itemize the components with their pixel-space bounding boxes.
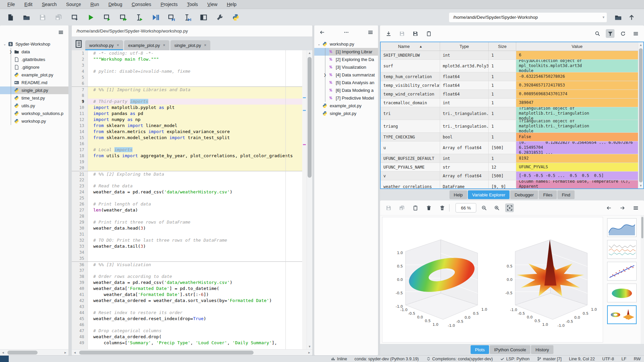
- variable-row-v[interactable]: vArray of float64[500][-0.5 -0.5 -0.5 ..…: [381, 172, 638, 180]
- scroll-down-icon[interactable]: ▼: [307, 344, 312, 349]
- project-item-utils-py[interactable]: utils.py: [0, 102, 68, 110]
- pane-tab-plots[interactable]: Plots: [471, 345, 489, 354]
- save-plot-button[interactable]: [384, 203, 393, 212]
- line-number[interactable]: 41: [72, 292, 88, 298]
- variable-row-TYPE_CHECKING[interactable]: TYPE_CHECKINGbool1False: [381, 133, 638, 141]
- menu-view[interactable]: View: [203, 0, 222, 9]
- plot-thumbnail-current-3d-pair[interactable]: [607, 305, 637, 324]
- column-header-value[interactable]: Value: [516, 42, 638, 51]
- chevron-down-icon[interactable]: ⌄: [2, 42, 7, 46]
- remove-plot-button[interactable]: [424, 203, 433, 212]
- menu-search[interactable]: Search: [37, 0, 61, 9]
- cell-value[interactable]: [0. 0.12822827 0.25645654 ... 6.02672876…: [516, 141, 638, 154]
- line-number[interactable]: 21: [72, 171, 88, 177]
- debug-selection-button[interactable]: [182, 12, 193, 23]
- status-git-branch[interactable]: master [7]: [537, 357, 562, 361]
- menu-help[interactable]: Help: [222, 0, 241, 9]
- status-cursor-position[interactable]: Line 9, Col 22: [569, 357, 595, 361]
- copy-plot-button[interactable]: [411, 203, 420, 212]
- line-number[interactable]: 1: [72, 50, 88, 56]
- line-number[interactable]: 43: [72, 304, 88, 310]
- debug-file-button[interactable]: [150, 12, 161, 23]
- line-number[interactable]: 24: [72, 189, 88, 195]
- run-cell-advance-button[interactable]: [117, 12, 129, 23]
- remove-all-plots-button[interactable]: [438, 203, 446, 212]
- open-file-button[interactable]: [21, 12, 32, 23]
- cell-value[interactable]: 0.39284657172417853: [516, 81, 638, 89]
- line-number[interactable]: 17: [72, 147, 88, 153]
- maximize-pane-button[interactable]: [198, 12, 209, 23]
- column-header-name[interactable]: Name ▲: [381, 42, 440, 51]
- menu-debug[interactable]: Debug: [104, 0, 127, 9]
- status-interpreter[interactable]: conda: spyder-dev (Python 3.9.19): [355, 357, 419, 361]
- browse-tabs-icon[interactable]: [74, 40, 84, 49]
- scroll-up-icon[interactable]: ▲: [638, 42, 643, 48]
- variable-row-temp_hum_correlation[interactable]: temp_hum_correlationfloat641-0.632254675…: [381, 72, 638, 81]
- status-backend[interactable]: Inline: [331, 357, 347, 361]
- line-number[interactable]: 32: [72, 237, 88, 243]
- working-directory-input[interactable]: [452, 14, 601, 20]
- cell-value[interactable]: 8192: [516, 154, 638, 163]
- variable-row-SHIFT_UNDERFLOW[interactable]: SHIFT_UNDERFLOWint16: [381, 51, 638, 60]
- fit-to-window-button[interactable]: [505, 203, 514, 212]
- cell-value[interactable]: False: [516, 133, 638, 141]
- variable-row-u[interactable]: uArray of float64[500][0. 0.12822827 0.2…: [381, 141, 638, 154]
- line-number[interactable]: 3: [72, 62, 88, 68]
- project-item-spyder-workshop[interactable]: ⌄SSpyder-Workshop: [0, 40, 68, 48]
- cell-value[interactable]: UFUNC_PYVALS: [516, 163, 638, 171]
- cell-value[interactable]: Poly3DCollection object of mpl_toolkits.…: [516, 60, 638, 72]
- line-number[interactable]: 4: [72, 68, 88, 74]
- line-number[interactable]: 14: [72, 129, 88, 135]
- column-header-type[interactable]: Type: [440, 42, 489, 51]
- line-number[interactable]: 13: [72, 123, 88, 129]
- line-number[interactable]: 34: [72, 249, 88, 255]
- scroll-up-icon[interactable]: ▲: [307, 50, 312, 56]
- previous-plot-button[interactable]: [604, 203, 613, 212]
- plot-thumbnail-multi-line-plot[interactable]: [607, 240, 637, 259]
- project-item-single-plot-py[interactable]: single_plot.py: [0, 86, 68, 94]
- filter-variables-button[interactable]: [606, 29, 614, 38]
- editor-tab-example_plot-py[interactable]: example_plot.py×: [124, 40, 169, 50]
- next-plot-button[interactable]: [618, 203, 627, 212]
- line-number[interactable]: 35: [72, 255, 88, 261]
- line-number[interactable]: 12: [72, 117, 88, 123]
- parent-directory-button[interactable]: [626, 12, 637, 23]
- project-item-workshop-solutions-p[interactable]: workshop_solutions.p: [0, 110, 68, 117]
- pane-tab-files[interactable]: Files: [539, 190, 556, 199]
- menu-consoles[interactable]: Consoles: [127, 0, 156, 9]
- new-cell-button[interactable]: [69, 12, 80, 23]
- line-number[interactable]: 49: [72, 340, 88, 346]
- save-data-button[interactable]: [397, 29, 406, 38]
- scroll-down-icon[interactable]: ▼: [638, 183, 643, 188]
- editor-tab-workshop-py[interactable]: workshop.py×: [85, 40, 123, 50]
- line-number[interactable]: 47: [72, 328, 88, 334]
- line-number[interactable]: 44: [72, 310, 88, 316]
- line-number[interactable]: 6: [72, 80, 88, 86]
- scroll-left-icon[interactable]: ◄: [0, 351, 6, 354]
- cell-value[interactable]: Triangulation object of matplotlib.tri._…: [516, 107, 638, 120]
- line-number[interactable]: 2: [72, 56, 88, 62]
- run-file-button[interactable]: [85, 12, 97, 23]
- code-editor[interactable]: 1# -*- coding: utf-8 -*-2"""Workshop mai…: [72, 50, 312, 349]
- line-number[interactable]: 28: [72, 213, 88, 219]
- run-selection-button[interactable]: [133, 12, 145, 23]
- outline-item--2-exploring-the-da[interactable]: ％[2] Exploring the Da: [314, 56, 378, 63]
- back-arrow-icon[interactable]: [318, 28, 326, 37]
- line-number[interactable]: 39: [72, 280, 88, 286]
- line-number[interactable]: 38: [72, 274, 88, 280]
- line-number[interactable]: 45: [72, 316, 88, 322]
- cell-value[interactable]: Column names: Formatted Date, Temperatur…: [516, 180, 638, 189]
- project-item--gitattributes[interactable]: .gitattributes: [0, 56, 68, 63]
- close-icon[interactable]: ×: [117, 43, 119, 48]
- outline-item--1-importing-librar[interactable]: ％[1] Importing Librar: [314, 48, 378, 56]
- variables-vertical-scrollbar[interactable]: ▲ ▼: [638, 42, 643, 188]
- editor-horizontal-scrollbar[interactable]: ◄ ►: [72, 349, 312, 355]
- search-variables-button[interactable]: [593, 29, 602, 38]
- project-item-readme-md[interactable]: M↓README.md: [0, 79, 68, 86]
- line-number[interactable]: 9: [72, 99, 88, 105]
- variable-row-temp_visibility_correlation[interactable]: temp_visibility_correlationfloat6410.392…: [381, 81, 638, 90]
- variable-row-weather_correlations[interactable]: weather_correlationsDataFrame[9, 9]Colum…: [381, 180, 638, 189]
- cell-value[interactable]: Triangulation object of matplotlib.tri._…: [516, 120, 638, 132]
- project-item--gitignore[interactable]: .gitignore: [0, 63, 68, 71]
- cell-value[interactable]: 6: [516, 51, 638, 59]
